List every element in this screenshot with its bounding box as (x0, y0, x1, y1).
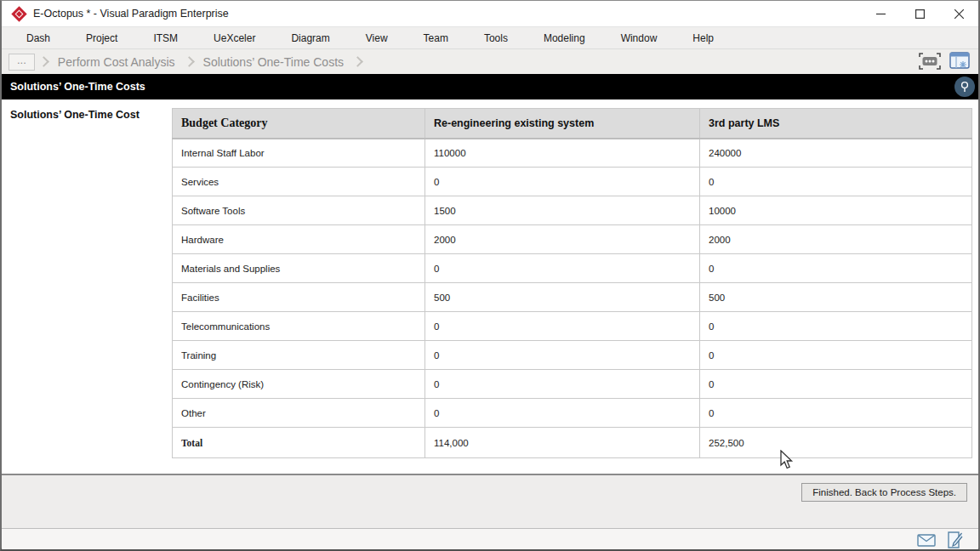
category-cell: Materials and Supplies (173, 254, 425, 283)
total-value-cell: 252,500 (700, 428, 972, 458)
value-cell[interactable]: 2000 (700, 225, 972, 254)
chevron-right-icon (38, 56, 49, 67)
table-row: Software Tools 1500 10000 (173, 196, 972, 225)
table-row: Hardware 2000 2000 (173, 225, 972, 254)
menu-window[interactable]: Window (603, 29, 675, 48)
app-window: E-Octopus * - Visual Paradigm Enterprise… (0, 0, 980, 551)
category-cell: Other (173, 399, 425, 428)
breadcrumb-ellipsis[interactable]: ... (9, 54, 35, 71)
value-cell[interactable]: 0 (700, 341, 972, 370)
category-cell: Internal Staff Labor (173, 139, 425, 168)
message-button[interactable] (917, 534, 936, 550)
menu-modeling[interactable]: Modeling (526, 29, 603, 48)
section-label: Solutions’ One-Time Cost (10, 109, 140, 121)
category-cell: Hardware (173, 225, 425, 254)
category-cell: Services (173, 168, 425, 196)
menu-diagram[interactable]: Diagram (273, 29, 347, 48)
value-cell[interactable]: 500 (700, 283, 972, 312)
table-row: Training 0 0 (173, 341, 972, 370)
edit-notes-button[interactable] (948, 531, 963, 551)
table-row: Materials and Supplies 0 0 (173, 254, 972, 283)
maximize-icon (915, 9, 925, 19)
table-row: Other 0 0 (173, 399, 972, 428)
footer-panel: Finished. Back to Process Steps. (2, 474, 978, 528)
status-strip (2, 528, 978, 549)
menu-itsm[interactable]: ITSM (135, 29, 196, 48)
menu-project[interactable]: Project (68, 29, 135, 48)
value-cell[interactable]: 0 (425, 254, 700, 283)
envelope-icon (917, 534, 936, 547)
table-total-row: Total 114,000 252,500 (173, 428, 972, 458)
value-cell[interactable]: 0 (425, 370, 700, 399)
title-bar: E-Octopus * - Visual Paradigm Enterprise (2, 1, 978, 26)
overview-marquee-icon (919, 53, 941, 70)
menu-uexceler[interactable]: UeXceler (196, 29, 273, 48)
menu-view[interactable]: View (348, 29, 406, 48)
value-cell[interactable]: 0 (700, 312, 972, 341)
menu-tools[interactable]: Tools (466, 29, 526, 48)
column-header-budget-category: Budget Category (173, 109, 425, 139)
minimize-button[interactable] (861, 1, 900, 26)
table-row: Internal Staff Labor 110000 240000 (173, 139, 972, 168)
overview-marquee-button[interactable] (919, 53, 941, 73)
value-cell[interactable]: 110000 (425, 139, 700, 168)
pin-button[interactable] (954, 77, 975, 97)
window-title: E-Octopus * - Visual Paradigm Enterprise (33, 8, 229, 20)
value-cell[interactable]: 0 (425, 312, 700, 341)
table-row: Contingency (Risk) 0 0 (173, 370, 972, 399)
menu-help[interactable]: Help (675, 29, 732, 48)
total-label-cell: Total (173, 428, 425, 458)
minimize-icon (876, 9, 886, 19)
breadcrumb: ... Perform Cost Analysis Solutions’ One… (2, 48, 978, 74)
column-header-solution-2: 3rd party LMS (700, 109, 972, 139)
value-cell[interactable]: 2000 (425, 225, 700, 254)
breadcrumb-solutions-one-time-costs[interactable]: Solutions’ One-Time Costs (198, 55, 349, 69)
value-cell[interactable]: 0 (700, 254, 972, 283)
content-area: Solutions’ One-Time Cost Budget Category… (2, 99, 978, 474)
total-value-cell: 114,000 (425, 428, 700, 458)
breadcrumb-perform-cost-analysis[interactable]: Perform Cost Analysis (53, 55, 180, 69)
value-cell[interactable]: 0 (700, 168, 972, 196)
finished-back-button[interactable]: Finished. Back to Process Steps. (801, 483, 967, 502)
chevron-right-icon (184, 56, 195, 67)
value-cell[interactable]: 10000 (700, 196, 972, 225)
table-row: Services 0 0 (173, 168, 972, 196)
close-icon (954, 9, 964, 19)
table-row: Facilities 500 500 (173, 283, 972, 312)
table-row: Telecommunications 0 0 (173, 312, 972, 341)
pin-icon (960, 81, 970, 93)
maximize-button[interactable] (900, 1, 939, 26)
value-cell[interactable]: 0 (425, 399, 700, 428)
value-cell[interactable]: 0 (425, 168, 700, 196)
column-header-solution-1: Re-engineering existing system (425, 109, 700, 139)
window-controls (861, 1, 978, 26)
layout-panel-icon (949, 52, 970, 70)
menu-dash[interactable]: Dash (9, 29, 68, 48)
chevron-right-icon (352, 56, 363, 67)
value-cell[interactable]: 0 (700, 370, 972, 399)
value-cell[interactable]: 240000 (700, 139, 972, 168)
value-cell[interactable]: 0 (700, 399, 972, 428)
category-cell: Training (173, 341, 425, 370)
category-cell: Telecommunications (173, 312, 425, 341)
category-cell: Facilities (173, 283, 425, 312)
visual-paradigm-logo-icon (11, 6, 26, 21)
page-title: Solutions’ One-Time Costs (2, 81, 145, 93)
value-cell[interactable]: 500 (425, 283, 700, 312)
layout-panel-button[interactable] (949, 52, 970, 73)
edit-document-icon (948, 531, 963, 548)
value-cell[interactable]: 0 (425, 341, 700, 370)
one-time-costs-table: Budget Category Re-engineering existing … (172, 108, 972, 458)
menu-team[interactable]: Team (406, 29, 466, 48)
menu-bar: Dash Project ITSM UeXceler Diagram View … (2, 26, 978, 48)
value-cell[interactable]: 1500 (425, 196, 700, 225)
table-header-row: Budget Category Re-engineering existing … (173, 109, 972, 139)
close-button[interactable] (939, 1, 978, 26)
page-header: Solutions’ One-Time Costs (2, 74, 978, 99)
category-cell: Contingency (Risk) (173, 370, 425, 399)
category-cell: Software Tools (173, 196, 425, 225)
